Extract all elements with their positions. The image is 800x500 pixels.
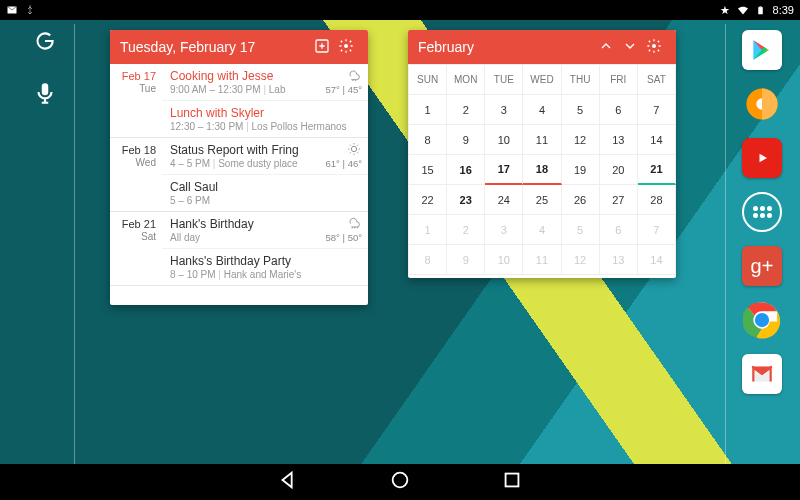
calendar-dow: SAT (638, 65, 676, 95)
calendar-day[interactable]: 9 (447, 245, 485, 275)
calendar-day[interactable]: 11 (523, 245, 561, 275)
voice-search-icon[interactable] (32, 80, 58, 110)
calendar-dow: SUN (409, 65, 447, 95)
calendar-day[interactable]: 17 (485, 155, 523, 185)
calendar-dow: FRI (600, 65, 638, 95)
calendar-day[interactable]: 19 (562, 155, 600, 185)
divider (725, 24, 726, 464)
google-search-icon[interactable] (32, 28, 58, 58)
calendar-day[interactable]: 5 (562, 95, 600, 125)
calendar-day[interactable]: 13 (600, 125, 638, 155)
calendar-day[interactable]: 27 (600, 185, 638, 215)
calendar-day[interactable]: 14 (638, 125, 676, 155)
calendar-day[interactable]: 12 (562, 125, 600, 155)
calendar-day[interactable]: 14 (638, 245, 676, 275)
agenda-header: Tuesday, February 17 (110, 30, 368, 64)
agenda-event[interactable]: Hanks's Birthday Party8 – 10 PMHank and … (162, 249, 368, 285)
calendar-day[interactable]: 11 (523, 125, 561, 155)
calendar-day[interactable]: 7 (638, 95, 676, 125)
svg-rect-3 (42, 83, 49, 95)
svg-rect-14 (506, 474, 519, 487)
gmail-icon[interactable] (742, 354, 782, 394)
weather-icon: 58° | 50° (326, 215, 362, 243)
calendar-day[interactable]: 12 (562, 245, 600, 275)
calendar-day[interactable]: 7 (638, 215, 676, 245)
prev-month-button[interactable] (594, 38, 618, 57)
agenda-event[interactable]: Hank's BirthdayAll day58° | 50° (162, 212, 368, 249)
calendar-day[interactable]: 1 (409, 215, 447, 245)
calendar-day[interactable]: 5 (562, 215, 600, 245)
battery-icon (755, 4, 767, 16)
calendar-day[interactable]: 22 (409, 185, 447, 215)
month-header: February (408, 30, 676, 64)
month-widget[interactable]: February SUNMONTUEWEDTHUFRISAT1234567891… (408, 30, 676, 278)
nav-bar (0, 464, 800, 500)
back-button[interactable] (277, 469, 299, 495)
calendar-day[interactable]: 20 (600, 155, 638, 185)
add-event-button[interactable] (310, 38, 334, 57)
calendar-day[interactable]: 21 (638, 155, 676, 185)
calendar-day[interactable]: 26 (562, 185, 600, 215)
calendar-day[interactable]: 10 (485, 245, 523, 275)
calendar-day[interactable]: 13 (600, 245, 638, 275)
calendar-day[interactable]: 24 (485, 185, 523, 215)
chrome-icon[interactable] (742, 300, 782, 340)
calendar-day[interactable]: 23 (447, 185, 485, 215)
agenda-day: Feb 21SatHank's BirthdayAll day58° | 50°… (110, 212, 368, 286)
svg-point-6 (351, 146, 356, 151)
calendar-day[interactable]: 28 (638, 185, 676, 215)
agenda-date: Feb 18Wed (110, 138, 162, 211)
calendar-dow: WED (523, 65, 561, 95)
calendar-day[interactable]: 25 (523, 185, 561, 215)
agenda-date: Feb 21Sat (110, 212, 162, 285)
app-drawer-button[interactable] (742, 192, 782, 232)
calendar-dow: THU (562, 65, 600, 95)
calendar-day[interactable]: 8 (409, 245, 447, 275)
youtube-icon[interactable] (742, 138, 782, 178)
calendar-day[interactable]: 16 (447, 155, 485, 185)
calendar-day[interactable]: 8 (409, 125, 447, 155)
svg-point-11 (755, 313, 769, 327)
calendar-day[interactable]: 2 (447, 215, 485, 245)
app-dock: g+ (738, 30, 786, 394)
svg-point-5 (344, 44, 348, 48)
play-music-icon[interactable] (742, 84, 782, 124)
calendar-dow: MON (447, 65, 485, 95)
calendar-day[interactable]: 15 (409, 155, 447, 185)
home-button[interactable] (389, 469, 411, 495)
play-store-icon[interactable] (742, 30, 782, 70)
recents-button[interactable] (501, 469, 523, 495)
home-screen: ★ 8:39 Tuesday, February 17 (0, 0, 800, 500)
notif-gmail-icon (6, 4, 18, 16)
calendar-day[interactable]: 4 (523, 95, 561, 125)
agenda-widget[interactable]: Tuesday, February 17 Feb 17TueCooking wi… (110, 30, 368, 305)
agenda-event[interactable]: Status Report with Fring4 – 5 PMSome dus… (162, 138, 368, 175)
calendar-day[interactable]: 10 (485, 125, 523, 155)
month-title: February (418, 39, 474, 55)
agenda-settings-button[interactable] (334, 38, 358, 57)
agenda-event[interactable]: Cooking with Jesse9:00 AM – 12:30 PMLab5… (162, 64, 368, 101)
agenda-event[interactable]: Lunch with Skyler12:30 – 1:30 PMLos Poll… (162, 101, 368, 137)
next-month-button[interactable] (618, 38, 642, 57)
svg-point-13 (393, 473, 408, 488)
svg-rect-1 (758, 7, 763, 14)
calendar-day[interactable]: 3 (485, 95, 523, 125)
calendar-day[interactable]: 6 (600, 95, 638, 125)
month-settings-button[interactable] (642, 38, 666, 57)
wifi-icon (737, 4, 749, 16)
calendar-day[interactable]: 9 (447, 125, 485, 155)
agenda-day: Feb 18WedStatus Report with Fring4 – 5 P… (110, 138, 368, 212)
calendar-day[interactable]: 6 (600, 215, 638, 245)
agenda-title: Tuesday, February 17 (120, 39, 255, 55)
weather-icon: 61° | 46° (326, 141, 362, 169)
calendar-day[interactable]: 18 (523, 155, 561, 185)
weather-icon: 57° | 45° (326, 67, 362, 95)
agenda-event[interactable]: Call Saul5 – 6 PM (162, 175, 368, 211)
calendar-day[interactable]: 3 (485, 215, 523, 245)
calendar-day[interactable]: 1 (409, 95, 447, 125)
svg-point-7 (652, 44, 656, 48)
calendar-day[interactable]: 4 (523, 215, 561, 245)
google-plus-icon[interactable]: g+ (742, 246, 782, 286)
calendar-day[interactable]: 2 (447, 95, 485, 125)
notif-usb-icon (24, 4, 36, 16)
